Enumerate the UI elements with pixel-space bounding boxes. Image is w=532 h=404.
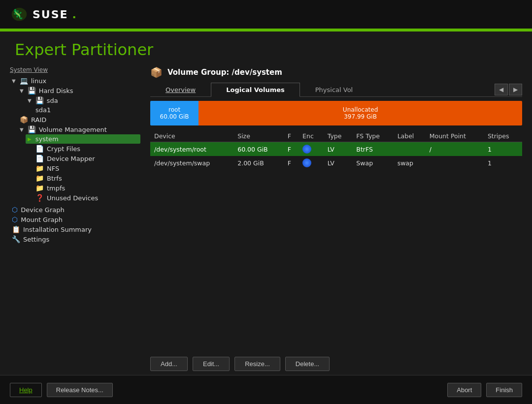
sidebar-item-unused-devices[interactable]: ❓ Unused Devices (33, 193, 140, 203)
bottom-left: Help Release Notes... (10, 383, 113, 397)
label-system: system (35, 135, 59, 143)
icon-sda: 💾 (35, 96, 44, 104)
icon-mount-graph: ⬡ (12, 216, 18, 223)
sidebar-item-installation-summary[interactable]: 📋 Installation Summary (10, 224, 140, 234)
suse-logo-icon: 🦎 (10, 5, 29, 24)
tab-overview[interactable]: Overview (150, 83, 211, 97)
usage-unallocated: Unallocated 397.99 GiB (199, 101, 522, 125)
arrow-hard-disks: ▼ (20, 88, 24, 93)
sidebar-item-settings[interactable]: 🔧 Settings (10, 234, 140, 244)
label-nfs: NFS (47, 165, 59, 172)
cell-fstype-root: BtrFS (352, 142, 393, 156)
sidebar-item-mount-graph[interactable]: ⬡ Mount Graph (10, 215, 140, 224)
usage-root-size: 60.00 GiB (160, 113, 189, 120)
cell-stripes-root: 1 (484, 142, 522, 156)
col-fs-type: FS Type (352, 130, 393, 142)
logo-area: 🦎 SUSE. (10, 5, 76, 24)
sidebar-item-crypt-files[interactable]: 📄 Crypt Files (33, 144, 140, 154)
icon-device-mapper: 📄 (35, 155, 44, 162)
sidebar: System View ▼ 💻 linux ▼ 💾 Hard Disks ▼ 💾… (10, 64, 143, 375)
cell-fstype-swap: Swap (352, 156, 393, 170)
usage-unalloc-size: 397.99 GiB (344, 113, 377, 120)
tab-physical-vol[interactable]: Physical Vol (300, 83, 368, 97)
icon-unused-devices: ❓ (35, 194, 44, 202)
sidebar-item-nfs[interactable]: 📁 NFS (33, 163, 140, 173)
icon-settings: 🔧 (12, 235, 20, 243)
cell-enc-root (299, 142, 324, 156)
arrow-sda: ▼ (28, 98, 32, 103)
cell-f-swap: F (284, 156, 299, 170)
cell-enc-swap (299, 156, 324, 170)
cell-size-swap: 2.00 GiB (233, 156, 284, 170)
label-hard-disks: Hard Disks (39, 87, 73, 94)
cell-device-root: /dev/system/root (150, 142, 233, 156)
icon-tmpfs: 📁 (35, 184, 44, 192)
finish-button[interactable]: Finish (486, 383, 522, 397)
tab-nav-prev[interactable]: ◀ (495, 84, 508, 95)
release-notes-button[interactable]: Release Notes... (47, 383, 113, 397)
label-installation-summary: Installation Summary (23, 226, 92, 233)
cell-mount-root: / (426, 142, 484, 156)
page-title: Expert Partitioner (15, 40, 517, 59)
col-stripes: Stripes (484, 130, 522, 142)
tab-logical-volumes[interactable]: Logical Volumes (211, 83, 300, 97)
table-row[interactable]: /dev/system/swap 2.00 GiB F LV Swap swap… (150, 156, 522, 170)
sidebar-item-raid[interactable]: 📦 RAID (18, 115, 140, 124)
table-row[interactable]: /dev/system/root 60.00 GiB F LV BtrFS / … (150, 142, 522, 156)
swap-disk-icon (302, 158, 311, 167)
label-settings: Settings (23, 236, 49, 243)
btrfs-disk-icon (302, 145, 311, 154)
cell-label-root (394, 142, 426, 156)
icon-btrfs: 📁 (35, 174, 44, 182)
edit-button[interactable]: Edit... (193, 357, 230, 371)
vg-header: 📦 Volume Group: /dev/system (150, 66, 522, 78)
cell-mount-swap (426, 156, 484, 170)
label-volume-management: Volume Management (39, 126, 107, 133)
top-bar: 🦎 SUSE. (0, 0, 532, 30)
label-linux: linux (31, 77, 46, 85)
sidebar-item-device-mapper[interactable]: 📄 Device Mapper (33, 154, 140, 163)
label-mount-graph: Mount Graph (21, 216, 63, 223)
system-view-label: System View (10, 66, 140, 73)
sidebar-item-hard-disks[interactable]: ▼ 💾 Hard Disks (18, 86, 140, 95)
abort-button[interactable]: Abort (447, 383, 481, 397)
vg-icon: 📦 (150, 66, 163, 78)
sidebar-item-linux[interactable]: ▼ 💻 linux (10, 76, 140, 86)
sidebar-item-system[interactable]: ▶ system (26, 134, 140, 144)
sidebar-item-device-graph[interactable]: ⬡ Device Graph (10, 205, 140, 215)
label-raid: RAID (31, 116, 46, 124)
delete-button[interactable]: Delete... (285, 357, 330, 371)
label-device-mapper: Device Mapper (47, 155, 95, 162)
cell-f-root: F (284, 142, 299, 156)
action-buttons: Add... Edit... Resize... Delete... (150, 353, 522, 375)
icon-installation-summary: 📋 (12, 225, 20, 233)
tab-nav: ◀ ▶ (495, 82, 522, 96)
label-crypt-files: Crypt Files (47, 145, 80, 153)
svg-text:🦎: 🦎 (12, 8, 24, 20)
help-button[interactable]: Help (10, 383, 42, 397)
add-button[interactable]: Add... (150, 357, 188, 371)
col-device: Device (150, 130, 233, 142)
sidebar-item-sda[interactable]: ▼ 💾 sda (26, 95, 140, 105)
col-label: Label (394, 130, 426, 142)
sidebar-item-sda1[interactable]: sda1 (33, 105, 140, 115)
right-panel: 📦 Volume Group: /dev/system Overview Log… (143, 64, 522, 375)
label-sda1: sda1 (35, 106, 51, 114)
logo-dot: . (72, 8, 76, 21)
col-f: F (284, 130, 299, 142)
col-enc: Enc (299, 130, 324, 142)
resize-button[interactable]: Resize... (234, 357, 280, 371)
arrow-volume-management: ▼ (20, 127, 24, 132)
col-size: Size (233, 130, 284, 142)
usage-unalloc-label: Unallocated (343, 106, 378, 113)
bottom-bar: Help Release Notes... Abort Finish (0, 375, 532, 404)
col-type: Type (324, 130, 353, 142)
sidebar-item-btrfs[interactable]: 📁 Btrfs (33, 173, 140, 183)
cell-size-root: 60.00 GiB (233, 142, 284, 156)
main-content: System View ▼ 💻 linux ▼ 💾 Hard Disks ▼ 💾… (0, 64, 532, 375)
tab-nav-next[interactable]: ▶ (509, 84, 522, 95)
sidebar-item-volume-management[interactable]: ▼ 💾 Volume Management (18, 124, 140, 134)
label-tmpfs: tmpfs (47, 185, 65, 192)
cell-type-root: LV (324, 142, 353, 156)
sidebar-item-tmpfs[interactable]: 📁 tmpfs (33, 183, 140, 193)
